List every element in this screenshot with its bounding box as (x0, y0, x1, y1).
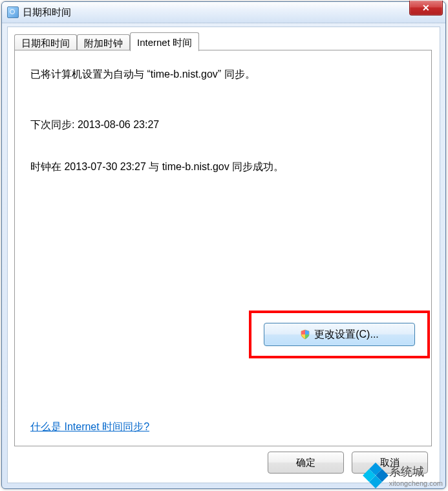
watermark-url: xitongcheng.com (389, 479, 443, 487)
close-icon: ✕ (422, 3, 430, 13)
change-settings-label: 更改设置(C)... (314, 328, 379, 342)
window-title: 日期和时间 (23, 6, 71, 19)
uac-shield-icon (300, 329, 310, 340)
tab-additional-clocks[interactable]: 附加时钟 (77, 34, 130, 52)
help-link-internet-time[interactable]: 什么是 Internet 时间同步? (30, 420, 149, 434)
last-sync-text: 时钟在 2013-07-30 23:27 与 time-b.nist.gov 同… (30, 160, 418, 174)
tab-panel-internet-time: 已将计算机设置为自动与 “time-b.nist.gov” 同步。 下次同步: … (14, 50, 432, 446)
close-button[interactable]: ✕ (409, 1, 443, 16)
titlebar: 日期和时间 ✕ (2, 2, 445, 23)
watermark-brand: 系统城 (389, 464, 443, 479)
watermark: 系统城 xitongcheng.com (365, 464, 443, 487)
clock-icon (7, 6, 19, 18)
sync-config-text: 已将计算机设置为自动与 “time-b.nist.gov” 同步。 (30, 67, 418, 82)
watermark-logo-icon (365, 464, 387, 486)
tab-internet-time[interactable]: Internet 时间 (130, 32, 199, 51)
tab-date-time[interactable]: 日期和时间 (14, 34, 77, 52)
ok-button[interactable]: 确定 (268, 452, 344, 474)
dialog-window: 日期和时间 ✕ 日期和时间 附加时钟 Internet 时间 已将计算机设置为自… (1, 1, 446, 489)
change-settings-button[interactable]: 更改设置(C)... (264, 323, 415, 346)
tabstrip: 日期和时间 附加时钟 Internet 时间 (14, 32, 199, 50)
next-sync-text: 下次同步: 2013-08-06 23:27 (30, 118, 418, 132)
annotation-highlight-box: 更改设置(C)... (249, 311, 430, 358)
client-area: 日期和时间 附加时钟 Internet 时间 已将计算机设置为自动与 “time… (7, 27, 440, 483)
